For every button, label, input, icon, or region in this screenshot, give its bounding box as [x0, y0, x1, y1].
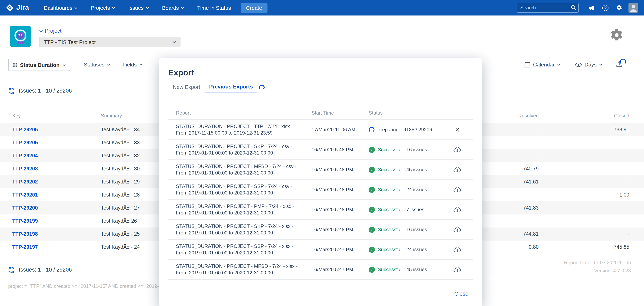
issue-key-link[interactable]: TTP-29199 — [12, 218, 38, 224]
export-start-time: 16/Mar/20 5:47 PM — [312, 247, 362, 252]
column-header-key[interactable]: Key — [12, 113, 20, 119]
issue-closed-value: 738.91 — [614, 127, 629, 133]
issue-key-link[interactable]: TTP-29202 — [12, 179, 38, 185]
column-header-status: Status — [369, 110, 473, 116]
issues-count-bottom: Issues: 1 - 10 / 29206 — [8, 266, 72, 273]
project-header: Project TTP - TIS Test Project — [0, 15, 644, 58]
loading-spinner-icon — [259, 85, 264, 90]
issue-key-link[interactable]: TTP-29206 — [12, 127, 38, 133]
issues-count-label: Issues: 1 - 10 / 29206 — [19, 267, 72, 273]
export-row-action — [442, 206, 473, 213]
issue-resolved-value: 0.80 — [529, 244, 539, 250]
issue-summary: Test KaydÄ± - 25 — [101, 231, 140, 237]
report-type-label: Status Duration — [20, 62, 60, 68]
project-avatar[interactable] — [10, 26, 31, 47]
status-detail: 16 issues — [406, 147, 427, 153]
cancel-export-icon[interactable] — [455, 126, 460, 134]
issue-closed-value: 1.00 — [619, 192, 629, 198]
nav-boards[interactable]: Boards — [156, 0, 190, 15]
calendar-dropdown[interactable]: Calendar — [524, 62, 560, 68]
issue-key-link[interactable]: TTP-29200 — [12, 205, 38, 211]
issue-closed-value: - — [628, 231, 629, 237]
issue-resolved-value: 744.81 — [523, 231, 539, 237]
export-row: STATUS_DURATION - PROJECT - MFSD - 7/24 … — [168, 260, 473, 280]
close-dialog-link[interactable]: Close — [454, 291, 468, 297]
download-icon[interactable] — [453, 226, 462, 233]
help-icon[interactable] — [602, 5, 608, 11]
issue-summary: Test KaydÄ± - 28 — [101, 192, 140, 198]
chevron-down-icon — [107, 64, 110, 66]
status-text: Successful — [378, 247, 402, 252]
jira-logo[interactable]: Jira — [6, 4, 29, 12]
issue-key-link[interactable]: TTP-29204 — [12, 153, 38, 158]
export-start-time: 16/Mar/20 5:47 PM — [312, 267, 362, 272]
export-row-action — [442, 146, 473, 153]
refresh-icon[interactable] — [8, 87, 15, 94]
export-report-name: STATUS_DURATION - PROJECT - SSP - 7/24 -… — [176, 183, 305, 196]
success-check-icon — [369, 226, 375, 233]
download-icon[interactable] — [453, 266, 462, 273]
chevron-down-icon — [146, 7, 149, 9]
download-icon[interactable] — [453, 206, 462, 213]
days-dropdown[interactable]: Days — [575, 62, 602, 68]
nav-dashboards[interactable]: Dashboards — [37, 0, 84, 15]
create-button[interactable]: Create — [241, 3, 267, 13]
issues-count-label: Issues: 1 - 10 / 29206 — [19, 88, 72, 94]
export-status: Successful 7 issues — [369, 206, 442, 213]
chevron-down-icon — [181, 7, 184, 9]
export-date-range: From 2019-01-01 00:00 to 2020-12-31 00:0… — [176, 230, 305, 236]
announcement-icon[interactable] — [588, 5, 595, 11]
issue-summary: Test KaydÄ± - 33 — [101, 140, 140, 146]
column-header-summary[interactable]: Summary — [101, 113, 122, 119]
export-start-time: 17/Mar/20 11:06 AM — [312, 127, 362, 133]
tab-previous-exports[interactable]: Previous Exports — [204, 84, 257, 93]
search-icon[interactable] — [571, 5, 576, 10]
eye-icon — [575, 62, 582, 67]
download-icon[interactable] — [453, 166, 462, 173]
export-status: Successful 24 issues — [369, 246, 442, 253]
tab-new-export[interactable]: New Export — [168, 84, 204, 93]
nav-projects[interactable]: Projects — [84, 0, 122, 15]
refresh-icon[interactable] — [8, 266, 15, 273]
issue-resolved-value: 740.79 — [523, 166, 539, 172]
download-icon[interactable] — [453, 146, 462, 153]
export-report-name: STATUS_DURATION - PROJECT - SSP - 7/24 -… — [176, 243, 305, 256]
download-icon[interactable] — [453, 186, 462, 193]
issue-key-link[interactable]: TTP-29197 — [12, 244, 38, 250]
project-breadcrumb-link[interactable]: Project — [39, 28, 62, 34]
user-avatar[interactable] — [628, 3, 638, 13]
export-date-range: From 2019-01-01 00:00 to 2020-12-31 00:0… — [176, 210, 305, 216]
export-date-range: From 2019-01-01 00:00 to 2020-12-31 00:0… — [176, 270, 305, 276]
status-text: Preparing — [377, 127, 398, 133]
column-header-resolved[interactable]: Resolved — [518, 113, 539, 119]
export-row: STATUS_DURATION - PROJECT - SKP - 7/24 -… — [168, 220, 473, 240]
statuses-dropdown[interactable]: Statuses — [84, 62, 110, 68]
download-icon[interactable] — [453, 246, 462, 253]
report-settings-gear-icon[interactable] — [609, 28, 624, 44]
export-date-range: From 2019-01-01 00:00 to 2020-12-31 00:0… — [176, 170, 305, 176]
fields-dropdown[interactable]: Fields — [122, 62, 142, 68]
issue-resolved-value: 741.61 — [523, 179, 539, 185]
nav-time-in-status[interactable]: Time in Status — [191, 0, 238, 15]
column-header-closed[interactable]: Closed — [614, 113, 629, 119]
project-select[interactable]: TTP - TIS Test Project — [39, 37, 180, 47]
dialog-title: Export — [168, 68, 194, 77]
exports-table-header: Report Start Time Status — [168, 106, 473, 120]
status-text: Successful — [378, 267, 402, 272]
search-input[interactable] — [516, 3, 579, 13]
issue-key-link[interactable]: TTP-29203 — [12, 166, 38, 172]
export-report-name: STATUS_DURATION - PROJECT - SKP - 7/24 -… — [176, 223, 305, 236]
report-date: Report Date: 17.03.2020 11:06 — [564, 260, 631, 265]
export-start-time: 16/Mar/20 5:48 PM — [312, 167, 362, 172]
issue-key-link[interactable]: TTP-29201 — [12, 192, 38, 198]
issue-key-link[interactable]: TTP-29198 — [12, 231, 38, 237]
status-detail: 45 issues — [406, 267, 427, 272]
nav-issues[interactable]: Issues — [122, 0, 156, 15]
jira-logo-icon — [6, 4, 14, 12]
settings-gear-icon[interactable] — [616, 4, 622, 11]
issue-key-link[interactable]: TTP-29205 — [12, 140, 38, 146]
export-report-name: STATUS_DURATION - PROJECT - TTP - 7/24 -… — [176, 123, 305, 136]
report-type-button[interactable]: Status Duration — [8, 59, 70, 71]
export-status: Successful 45 issues — [369, 267, 442, 273]
export-status: Successful 16 issues — [369, 226, 442, 233]
